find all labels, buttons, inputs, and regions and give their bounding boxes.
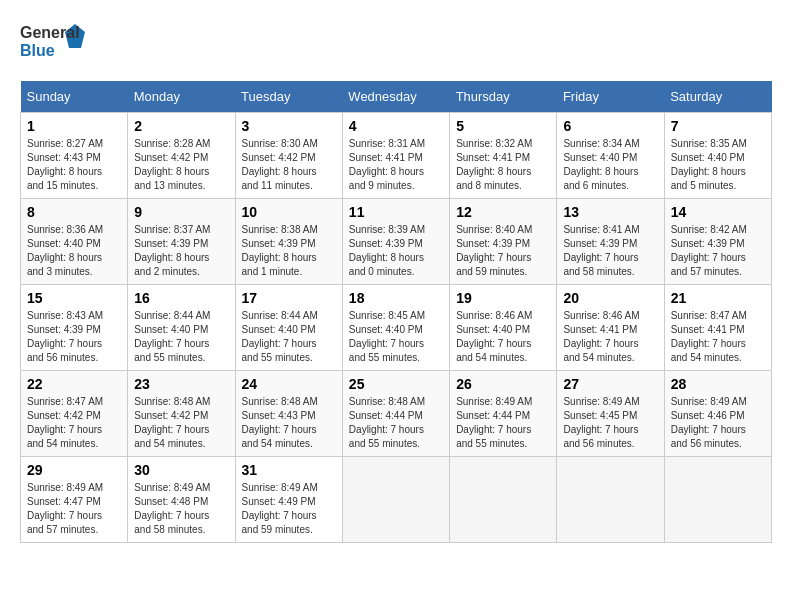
calendar-cell: 11Sunrise: 8:39 AM Sunset: 4:39 PM Dayli… <box>342 199 449 285</box>
day-info: Sunrise: 8:35 AM Sunset: 4:40 PM Dayligh… <box>671 137 765 193</box>
day-info: Sunrise: 8:27 AM Sunset: 4:43 PM Dayligh… <box>27 137 121 193</box>
calendar-cell: 26Sunrise: 8:49 AM Sunset: 4:44 PM Dayli… <box>450 371 557 457</box>
day-number: 5 <box>456 118 550 134</box>
day-info: Sunrise: 8:37 AM Sunset: 4:39 PM Dayligh… <box>134 223 228 279</box>
day-info: Sunrise: 8:41 AM Sunset: 4:39 PM Dayligh… <box>563 223 657 279</box>
calendar-cell: 6Sunrise: 8:34 AM Sunset: 4:40 PM Daylig… <box>557 113 664 199</box>
calendar-cell: 14Sunrise: 8:42 AM Sunset: 4:39 PM Dayli… <box>664 199 771 285</box>
day-number: 6 <box>563 118 657 134</box>
day-info: Sunrise: 8:46 AM Sunset: 4:40 PM Dayligh… <box>456 309 550 365</box>
day-number: 2 <box>134 118 228 134</box>
svg-text:General: General <box>20 24 80 41</box>
day-number: 23 <box>134 376 228 392</box>
weekday-header: Sunday <box>21 81 128 113</box>
day-number: 20 <box>563 290 657 306</box>
day-number: 17 <box>242 290 336 306</box>
calendar-week-row: 8Sunrise: 8:36 AM Sunset: 4:40 PM Daylig… <box>21 199 772 285</box>
logo: GeneralBlue <box>20 20 90 65</box>
day-info: Sunrise: 8:49 AM Sunset: 4:48 PM Dayligh… <box>134 481 228 537</box>
calendar-cell: 23Sunrise: 8:48 AM Sunset: 4:42 PM Dayli… <box>128 371 235 457</box>
weekday-header: Friday <box>557 81 664 113</box>
day-number: 7 <box>671 118 765 134</box>
day-info: Sunrise: 8:38 AM Sunset: 4:39 PM Dayligh… <box>242 223 336 279</box>
day-number: 28 <box>671 376 765 392</box>
day-info: Sunrise: 8:31 AM Sunset: 4:41 PM Dayligh… <box>349 137 443 193</box>
calendar-cell: 5Sunrise: 8:32 AM Sunset: 4:41 PM Daylig… <box>450 113 557 199</box>
day-info: Sunrise: 8:43 AM Sunset: 4:39 PM Dayligh… <box>27 309 121 365</box>
calendar-cell <box>342 457 449 543</box>
day-info: Sunrise: 8:49 AM Sunset: 4:46 PM Dayligh… <box>671 395 765 451</box>
day-info: Sunrise: 8:36 AM Sunset: 4:40 PM Dayligh… <box>27 223 121 279</box>
day-info: Sunrise: 8:47 AM Sunset: 4:42 PM Dayligh… <box>27 395 121 451</box>
day-number: 11 <box>349 204 443 220</box>
day-number: 24 <box>242 376 336 392</box>
day-info: Sunrise: 8:47 AM Sunset: 4:41 PM Dayligh… <box>671 309 765 365</box>
calendar-cell: 29Sunrise: 8:49 AM Sunset: 4:47 PM Dayli… <box>21 457 128 543</box>
day-info: Sunrise: 8:49 AM Sunset: 4:44 PM Dayligh… <box>456 395 550 451</box>
weekday-header: Wednesday <box>342 81 449 113</box>
day-number: 30 <box>134 462 228 478</box>
header-row: SundayMondayTuesdayWednesdayThursdayFrid… <box>21 81 772 113</box>
day-info: Sunrise: 8:32 AM Sunset: 4:41 PM Dayligh… <box>456 137 550 193</box>
day-number: 25 <box>349 376 443 392</box>
day-info: Sunrise: 8:45 AM Sunset: 4:40 PM Dayligh… <box>349 309 443 365</box>
svg-text:Blue: Blue <box>20 42 55 59</box>
calendar-cell: 15Sunrise: 8:43 AM Sunset: 4:39 PM Dayli… <box>21 285 128 371</box>
day-number: 3 <box>242 118 336 134</box>
calendar-cell: 10Sunrise: 8:38 AM Sunset: 4:39 PM Dayli… <box>235 199 342 285</box>
day-info: Sunrise: 8:44 AM Sunset: 4:40 PM Dayligh… <box>242 309 336 365</box>
day-info: Sunrise: 8:49 AM Sunset: 4:45 PM Dayligh… <box>563 395 657 451</box>
day-info: Sunrise: 8:44 AM Sunset: 4:40 PM Dayligh… <box>134 309 228 365</box>
calendar-week-row: 1Sunrise: 8:27 AM Sunset: 4:43 PM Daylig… <box>21 113 772 199</box>
day-info: Sunrise: 8:48 AM Sunset: 4:43 PM Dayligh… <box>242 395 336 451</box>
calendar-cell <box>557 457 664 543</box>
day-info: Sunrise: 8:49 AM Sunset: 4:49 PM Dayligh… <box>242 481 336 537</box>
day-number: 31 <box>242 462 336 478</box>
calendar-cell: 3Sunrise: 8:30 AM Sunset: 4:42 PM Daylig… <box>235 113 342 199</box>
weekday-header: Tuesday <box>235 81 342 113</box>
calendar-cell: 31Sunrise: 8:49 AM Sunset: 4:49 PM Dayli… <box>235 457 342 543</box>
calendar-cell: 20Sunrise: 8:46 AM Sunset: 4:41 PM Dayli… <box>557 285 664 371</box>
day-number: 13 <box>563 204 657 220</box>
weekday-header: Thursday <box>450 81 557 113</box>
day-info: Sunrise: 8:34 AM Sunset: 4:40 PM Dayligh… <box>563 137 657 193</box>
day-number: 10 <box>242 204 336 220</box>
day-number: 27 <box>563 376 657 392</box>
day-number: 26 <box>456 376 550 392</box>
day-number: 18 <box>349 290 443 306</box>
day-info: Sunrise: 8:49 AM Sunset: 4:47 PM Dayligh… <box>27 481 121 537</box>
day-number: 16 <box>134 290 228 306</box>
day-number: 22 <box>27 376 121 392</box>
day-number: 19 <box>456 290 550 306</box>
calendar-cell: 19Sunrise: 8:46 AM Sunset: 4:40 PM Dayli… <box>450 285 557 371</box>
calendar-cell: 4Sunrise: 8:31 AM Sunset: 4:41 PM Daylig… <box>342 113 449 199</box>
calendar-cell: 2Sunrise: 8:28 AM Sunset: 4:42 PM Daylig… <box>128 113 235 199</box>
weekday-header: Saturday <box>664 81 771 113</box>
day-info: Sunrise: 8:48 AM Sunset: 4:44 PM Dayligh… <box>349 395 443 451</box>
calendar-cell: 12Sunrise: 8:40 AM Sunset: 4:39 PM Dayli… <box>450 199 557 285</box>
day-info: Sunrise: 8:30 AM Sunset: 4:42 PM Dayligh… <box>242 137 336 193</box>
day-number: 1 <box>27 118 121 134</box>
day-number: 12 <box>456 204 550 220</box>
calendar-cell: 21Sunrise: 8:47 AM Sunset: 4:41 PM Dayli… <box>664 285 771 371</box>
calendar-cell: 24Sunrise: 8:48 AM Sunset: 4:43 PM Dayli… <box>235 371 342 457</box>
calendar-cell: 17Sunrise: 8:44 AM Sunset: 4:40 PM Dayli… <box>235 285 342 371</box>
day-number: 4 <box>349 118 443 134</box>
calendar-cell: 22Sunrise: 8:47 AM Sunset: 4:42 PM Dayli… <box>21 371 128 457</box>
calendar-cell <box>664 457 771 543</box>
calendar-cell: 28Sunrise: 8:49 AM Sunset: 4:46 PM Dayli… <box>664 371 771 457</box>
day-info: Sunrise: 8:42 AM Sunset: 4:39 PM Dayligh… <box>671 223 765 279</box>
calendar-cell: 27Sunrise: 8:49 AM Sunset: 4:45 PM Dayli… <box>557 371 664 457</box>
calendar-cell: 9Sunrise: 8:37 AM Sunset: 4:39 PM Daylig… <box>128 199 235 285</box>
day-info: Sunrise: 8:40 AM Sunset: 4:39 PM Dayligh… <box>456 223 550 279</box>
weekday-header: Monday <box>128 81 235 113</box>
day-info: Sunrise: 8:39 AM Sunset: 4:39 PM Dayligh… <box>349 223 443 279</box>
day-info: Sunrise: 8:28 AM Sunset: 4:42 PM Dayligh… <box>134 137 228 193</box>
calendar-cell <box>450 457 557 543</box>
calendar-cell: 7Sunrise: 8:35 AM Sunset: 4:40 PM Daylig… <box>664 113 771 199</box>
calendar-table: SundayMondayTuesdayWednesdayThursdayFrid… <box>20 81 772 543</box>
logo-svg: GeneralBlue <box>20 20 90 65</box>
calendar-cell: 25Sunrise: 8:48 AM Sunset: 4:44 PM Dayli… <box>342 371 449 457</box>
day-number: 9 <box>134 204 228 220</box>
day-info: Sunrise: 8:48 AM Sunset: 4:42 PM Dayligh… <box>134 395 228 451</box>
